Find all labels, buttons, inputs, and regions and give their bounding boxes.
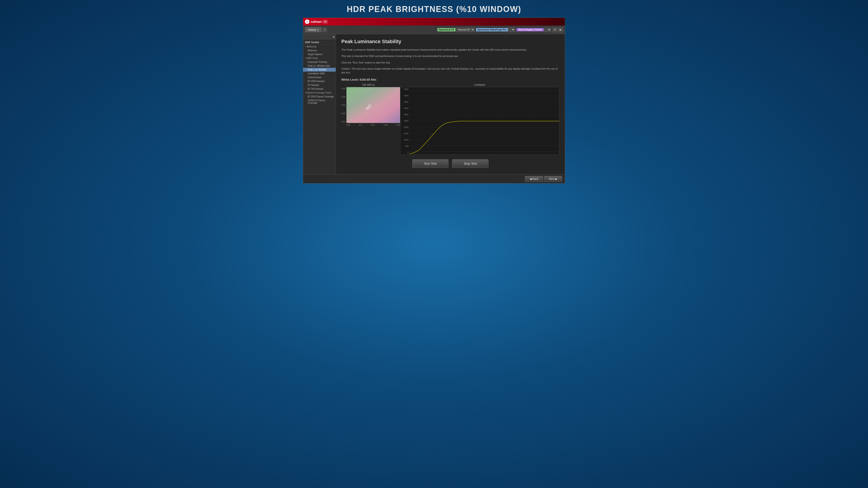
charts-row: CIE 1931 xy 0.35 0.34 0.33 0.32 0.31 [341, 84, 559, 155]
cie-x-label-3: 0.32 [383, 124, 388, 126]
nav-right-icon-button[interactable]: ▶ [558, 27, 563, 32]
videoforge-select[interactable] [508, 28, 515, 32]
luminance-chart-svg [409, 87, 559, 155]
tab-bar: History 1 + SpectraCal C6 Hisense UX Spe… [303, 26, 565, 34]
sidebar: ◀ HDR Toolkit Welcome Welcome Target Opt… [303, 34, 336, 174]
luminance-chart: 5000 4500 4000 3500 3000 2500 2000 1500 … [400, 87, 559, 155]
tab-bar-left: History 1 + [305, 27, 437, 32]
back-button[interactable]: ◀ Back [525, 176, 544, 182]
calman-logo-icon: c [305, 20, 309, 24]
sidebar-item-p3-sweeps[interactable]: P3 Sweeps [303, 83, 336, 87]
sidebar-item-bt709-sweeps[interactable]: BT.709 Sweeps [303, 87, 336, 91]
luminance-chart-title: Luminance [400, 84, 559, 86]
sidebar-item-hdr-tests[interactable]: HDR Tests [303, 56, 336, 60]
direct-display-label: Direct Display Control [517, 28, 544, 31]
cie-x-label-2: 0.31 [371, 124, 375, 126]
lum-y-label-4000: 4000 [400, 101, 409, 103]
sidebar-item-peak-lum-stability[interactable]: Peak Lum Stability [303, 68, 336, 72]
spectracal-source-selector: SpectraCal C6 Hisense UX [437, 28, 475, 32]
cie-x-axis: 0.29 0.3 0.31 0.32 0.33 [346, 124, 401, 126]
description-text-2: This test is intended for R&D and perfor… [341, 54, 559, 58]
videoforge-label: SpectraCal VideoForge Pro [476, 28, 508, 31]
history-tab[interactable]: History 1 [305, 27, 321, 32]
videoforge-source-selector: SpectraCal VideoForge Pro [476, 28, 515, 32]
lum-chart-inner [409, 87, 559, 155]
description-text-3: Click the "Run Test" button to start the… [341, 61, 559, 65]
lum-y-label-2500: 2500 [400, 120, 409, 122]
section-title: Peak Luminance Stability [341, 39, 559, 44]
lum-y-label-3000: 3000 [400, 113, 409, 116]
cie-x-label-1: 0.3 [359, 124, 362, 126]
title-bar: c calman ▼ [303, 18, 565, 26]
cie-y-label-4: 0.31 [341, 121, 345, 123]
lum-y-label-0: 0 [400, 151, 409, 154]
add-tab-button[interactable]: + [322, 28, 327, 32]
description-text-1: The Peak Luminance Stability test makes … [341, 48, 559, 52]
calman-logo: c calman [305, 20, 322, 24]
lum-y-label-5000: 5000 [400, 88, 409, 90]
direct-display-selector: Direct Display Control [517, 28, 551, 32]
lum-y-label-3500: 3500 [400, 107, 409, 109]
back-label: Back [532, 177, 539, 181]
spectracal-label: SpectraCal C6 [437, 28, 456, 31]
tab-bar-right: SpectraCal C6 Hisense UX SpectraCal Vide… [437, 27, 563, 32]
lum-y-label-500: 500 [400, 145, 409, 147]
lum-y-label-2000: 2000 [400, 126, 409, 128]
spectracal-select[interactable]: Hisense UX [456, 28, 475, 32]
sidebar-item-welcome[interactable]: Welcome [303, 48, 336, 53]
next-label: Next [549, 177, 555, 181]
next-chevron-icon: ▶ [555, 177, 557, 181]
caution-text: Caution: This test may cause image reten… [341, 67, 559, 74]
svg-rect-0 [346, 87, 400, 123]
run-test-button[interactable]: Run Test [412, 159, 448, 168]
sidebar-item-welcome-group[interactable]: Welcome [303, 45, 336, 48]
direct-display-select[interactable] [544, 28, 551, 32]
lum-y-label-1500: 1500 [400, 132, 409, 135]
sidebar-item-grayscale-tracking[interactable]: Grayscale Tracking [303, 60, 336, 64]
settings-icon-button[interactable]: ⚙ [553, 27, 557, 32]
cie-chart-container: CIE 1931 xy 0.35 0.34 0.33 0.32 0.31 [341, 84, 396, 155]
lum-y-label-4500: 4500 [400, 94, 409, 97]
cie-y-axis: 0.35 0.34 0.33 0.32 0.31 [341, 87, 346, 123]
cie-y-label-2: 0.33 [341, 104, 345, 106]
sidebar-item-peak-vs-window[interactable]: Peak vs. Window Size [303, 64, 336, 68]
sidebar-item-colorchecker[interactable]: ColorChecker [303, 75, 336, 79]
main-layout: ◀ HDR Toolkit Welcome Welcome Target Opt… [303, 34, 565, 174]
back-chevron-icon: ◀ [530, 177, 532, 181]
cie-y-label-1: 0.34 [341, 96, 345, 98]
cie-x-label-0: 0.29 [346, 124, 350, 126]
app-window: c calman ▼ History 1 + SpectraCal C6 His… [303, 18, 565, 184]
sidebar-item-bt2020-sweeps[interactable]: BT.2020 Sweeps [303, 79, 336, 83]
cie-x-label-4: 0.33 [397, 124, 401, 126]
luminance-chart-container: Luminance 5000 4500 4000 3500 3000 2500 … [400, 84, 559, 155]
next-button[interactable]: Next ▶ [544, 176, 562, 182]
sidebar-collapse-button[interactable]: ◀ [303, 34, 336, 39]
tab-bar-icons: ⚙ ▶ [553, 27, 563, 32]
sidebar-item-colormatch-hdr[interactable]: ColorMatch HDR [303, 72, 336, 75]
page-title: HDR PEAK BRIGHTNESS (%10 WINDOW) [347, 4, 521, 14]
sidebar-item-gamut-coverage-group[interactable]: Gamut Coverage Tests [303, 91, 336, 95]
bottom-nav: ◀ Back Next ▶ [303, 174, 565, 183]
sidebar-item-target-options[interactable]: Target Options [303, 53, 336, 56]
content-area: Peak Luminance Stability The Peak Lumina… [336, 34, 565, 174]
app-menu-dropdown[interactable]: ▼ [322, 20, 328, 24]
cie-y-label-0: 0.35 [341, 88, 345, 90]
cie-y-label-3: 0.32 [341, 112, 345, 115]
stop-test-button[interactable]: Stop Test [452, 159, 488, 168]
cie-chart-svg [346, 87, 400, 123]
lum-y-axis: 5000 4500 4000 3500 3000 2500 2000 1500 … [400, 87, 409, 155]
sidebar-item-bt2020-gamut[interactable]: BT.2020 Gamut Coverage [303, 95, 336, 98]
sidebar-toolkit-label: HDR Toolkit [303, 39, 336, 45]
sidebar-item-uhd-p3-gamut[interactable]: UHDA-P3 Gamut Coverage [303, 98, 336, 105]
cie-chart [346, 87, 401, 123]
buttons-row: Run Test Stop Test [341, 159, 559, 171]
cie-chart-title: CIE 1931 xy [341, 84, 396, 86]
calman-logo-text: calman [311, 20, 322, 24]
lum-y-label-1000: 1000 [400, 139, 409, 141]
white-level-label: White Level: 4150.65 Nits [341, 78, 559, 81]
